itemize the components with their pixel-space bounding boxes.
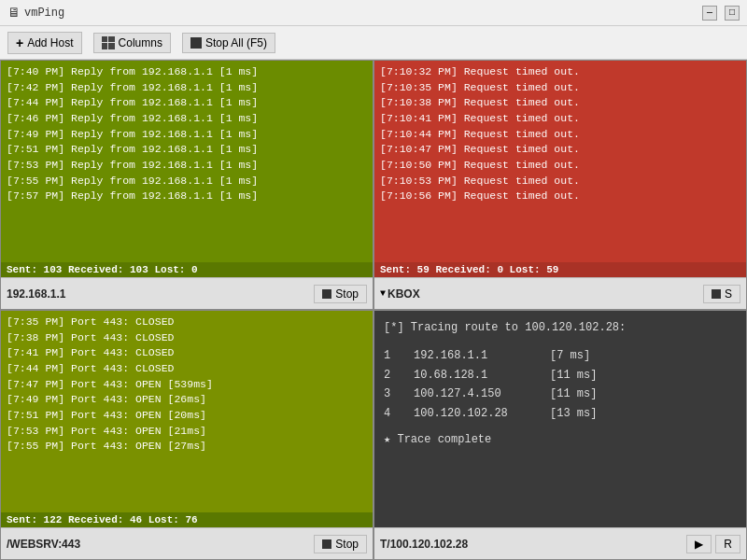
stop-icon — [322, 289, 331, 299]
panel-bottom-left-footer: /WEBSRV:443 Stop — [1, 527, 373, 559]
log-line: [7:10:50 PM] Request timed out. — [380, 158, 740, 174]
trace-ip: 100.127.4.150 — [414, 385, 535, 403]
panel-bottom-left-status: Sent: 122 Received: 46 Lost: 76 — [1, 512, 373, 527]
log-line: [7:10:32 PM] Request timed out. — [380, 64, 740, 80]
log-line: [7:38 PM] Port 443: CLOSED — [7, 330, 367, 346]
maximize-button[interactable]: □ — [725, 6, 740, 21]
panel-top-right-host: KBOX — [388, 287, 703, 301]
panel-top-left-host: 192.168.1.1 — [7, 287, 314, 301]
trace-ms: [11 ms] — [550, 385, 597, 403]
log-line: [7:10:53 PM] Request timed out. — [380, 174, 740, 189]
log-line: [7:47 PM] Port 443: OPEN [539ms] — [7, 377, 367, 393]
trace-ms: [7 ms] — [550, 346, 590, 365]
toolbar: + Add Host Columns Stop All (F5) — [0, 26, 747, 60]
panel-top-left-status: Sent: 103 Received: 103 Lost: 0 — [1, 262, 373, 277]
trace-row: 210.68.128.1[11 ms] — [384, 366, 737, 385]
stop-all-button[interactable]: Stop All (F5) — [182, 33, 275, 53]
stop-all-icon — [190, 37, 202, 49]
traceroute-play-button[interactable]: ▶ — [686, 535, 712, 553]
title-bar: 🖥 vmPing — □ — [0, 0, 747, 26]
title-bar-title: 🖥 vmPing — [7, 6, 64, 21]
stop-icon — [322, 539, 331, 549]
trace-row: 1192.168.1.1[7 ms] — [384, 346, 737, 365]
trace-ip: 192.168.1.1 — [414, 346, 535, 365]
play-icon: ▶ — [695, 538, 703, 551]
trace-ip: 10.68.128.1 — [414, 366, 535, 385]
log-line: [7:41 PM] Port 443: CLOSED — [7, 345, 367, 361]
traceroute-content[interactable]: [*] Tracing route to 100.120.102.28:1192… — [374, 311, 746, 527]
log-line: [7:10:47 PM] Request timed out. — [380, 142, 740, 158]
log-line: [7:51 PM] Reply from 192.168.1.1 [1 ms] — [7, 142, 367, 158]
app-title: vmPing — [24, 7, 64, 20]
stop-all-label: Stop All (F5) — [205, 36, 267, 49]
trace-complete: ★ Trace complete — [384, 430, 737, 449]
traceroute-r-button[interactable]: R — [715, 535, 740, 553]
log-line: [7:40 PM] Reply from 192.168.1.1 [1 ms] — [7, 64, 367, 80]
log-line: [7:49 PM] Port 443: OPEN [26ms] — [7, 392, 367, 408]
title-bar-controls: — □ — [702, 6, 740, 21]
panel-bottom-left: [7:35 PM] Port 443: CLOSED[7:38 PM] Port… — [0, 310, 374, 560]
minimize-button[interactable]: — — [702, 6, 717, 21]
columns-label: Columns — [119, 36, 162, 49]
panel-top-right: [7:10:32 PM] Request timed out.[7:10:35 … — [374, 60, 747, 310]
log-line: [7:10:41 PM] Request timed out. — [380, 111, 740, 127]
r-label: R — [724, 538, 732, 551]
log-line: [7:44 PM] Port 443: CLOSED — [7, 361, 367, 377]
log-line: [7:55 PM] Reply from 192.168.1.1 [1 ms] — [7, 174, 367, 189]
log-line: [7:51 PM] Port 443: OPEN [20ms] — [7, 408, 367, 424]
log-line: [7:10:44 PM] Request timed out. — [380, 127, 740, 143]
stop-label: Stop — [335, 538, 359, 551]
log-line: [7:44 PM] Reply from 192.168.1.1 [1 ms] — [7, 95, 367, 111]
panel-top-left: [7:40 PM] Reply from 192.168.1.1 [1 ms][… — [0, 60, 374, 310]
panel-bottom-right-footer: T/100.120.102.28 ▶ R — [374, 527, 746, 559]
log-line: [7:46 PM] Reply from 192.168.1.1 [1 ms] — [7, 111, 367, 127]
panel-top-left-footer: 192.168.1.1 Stop — [1, 277, 373, 309]
log-line: [7:35 PM] Port 443: CLOSED — [7, 315, 367, 330]
columns-button[interactable]: Columns — [93, 33, 171, 53]
log-line: [7:53 PM] Reply from 192.168.1.1 [1 ms] — [7, 158, 367, 174]
panel-bottom-right-host: T/100.120.102.28 — [380, 538, 683, 551]
trace-ms: [11 ms] — [550, 366, 597, 385]
trace-num: 4 — [384, 404, 399, 423]
log-line: [7:55 PM] Port 443: OPEN [27ms] — [7, 439, 367, 455]
panel-top-left-log[interactable]: [7:40 PM] Reply from 192.168.1.1 [1 ms][… — [1, 61, 373, 262]
main-grid: [7:40 PM] Reply from 192.168.1.1 [1 ms][… — [0, 60, 747, 560]
panel-bottom-left-stop-button[interactable]: Stop — [314, 535, 367, 553]
log-line: [7:57 PM] Reply from 192.168.1.1 [1 ms] — [7, 189, 367, 204]
trace-ip: 100.120.102.28 — [414, 404, 535, 423]
panel-bottom-right: [*] Tracing route to 100.120.102.28:1192… — [374, 310, 747, 560]
log-line: [7:10:56 PM] Request timed out. — [380, 189, 740, 204]
plus-icon: + — [16, 35, 23, 50]
trace-num: 2 — [384, 366, 399, 385]
log-line: [7:53 PM] Port 443: OPEN [21ms] — [7, 424, 367, 440]
log-line: [7:10:35 PM] Request timed out. — [380, 80, 740, 96]
log-line: [7:42 PM] Reply from 192.168.1.1 [1 ms] — [7, 80, 367, 96]
panel-top-left-stop-button[interactable]: Stop — [314, 285, 367, 303]
panel-bottom-left-host: /WEBSRV:443 — [7, 538, 314, 551]
columns-icon — [102, 36, 115, 49]
trace-num: 3 — [384, 385, 399, 403]
trace-row: 3100.127.4.150[11 ms] — [384, 385, 737, 403]
panel-top-right-status: Sent: 59 Received: 0 Lost: 59 — [374, 262, 746, 277]
app-icon: 🖥 — [7, 6, 21, 21]
panel-top-right-log[interactable]: [7:10:32 PM] Request timed out.[7:10:35 … — [374, 61, 746, 262]
stop-label: Stop — [335, 287, 359, 301]
panel-top-right-stop-button[interactable]: S — [703, 285, 740, 303]
panel-bottom-left-log[interactable]: [7:35 PM] Port 443: CLOSED[7:38 PM] Port… — [1, 311, 373, 512]
trace-header: [*] Tracing route to 100.120.102.28: — [384, 318, 737, 337]
add-host-label: Add Host — [27, 36, 73, 49]
stop-label: S — [725, 287, 732, 301]
panel-top-right-footer: ▼ KBOX S — [374, 277, 746, 309]
dropdown-arrow: ▼ — [380, 288, 386, 299]
trace-num: 1 — [384, 346, 399, 365]
log-line: [7:10:38 PM] Request timed out. — [380, 95, 740, 111]
trace-ms: [13 ms] — [550, 404, 597, 423]
add-host-button[interactable]: + Add Host — [7, 32, 82, 54]
log-line: [7:49 PM] Reply from 192.168.1.1 [1 ms] — [7, 127, 367, 143]
stop-icon — [712, 289, 721, 299]
trace-row: 4100.120.102.28[13 ms] — [384, 404, 737, 423]
